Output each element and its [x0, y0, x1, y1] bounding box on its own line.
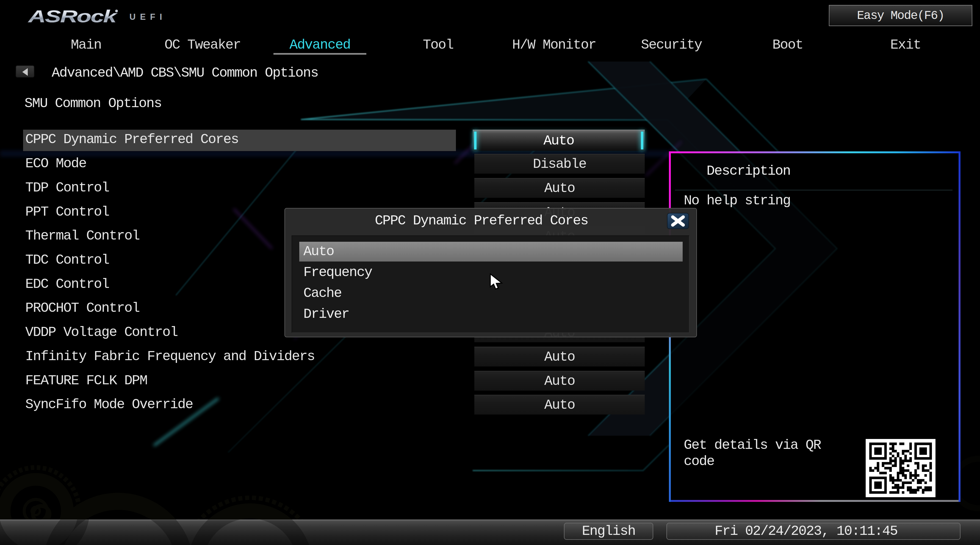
svg-text:ASRock: ASRock: [27, 6, 118, 26]
